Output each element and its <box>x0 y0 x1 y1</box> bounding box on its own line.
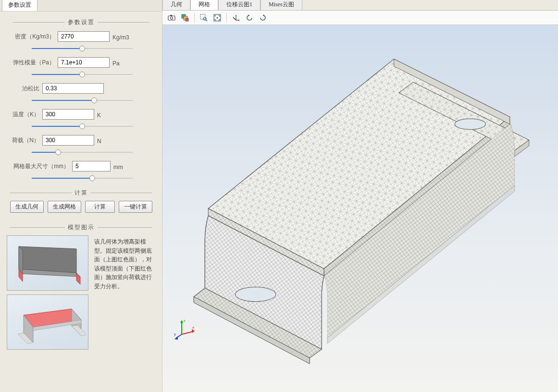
density-slider[interactable] <box>32 45 133 52</box>
svg-marker-0 <box>19 246 76 273</box>
density-input[interactable] <box>58 31 110 42</box>
camera-icon[interactable] <box>165 12 178 24</box>
load-unit: N <box>97 138 101 146</box>
svg-marker-4 <box>19 246 23 274</box>
meshsize-label: 网格最大尺寸（mm） <box>10 162 72 171</box>
tab-param-settings[interactable]: 参数设置 <box>2 0 37 11</box>
model-section: 模型图示 <box>0 217 162 350</box>
svg-line-19 <box>206 20 207 21</box>
rotate-ccw-icon[interactable] <box>243 12 256 24</box>
generate-mesh-button[interactable]: 生成网格 <box>48 201 81 213</box>
poisson-input[interactable] <box>42 83 104 94</box>
modulus-unit: Pa <box>112 60 120 68</box>
svg-rect-11 <box>168 16 175 20</box>
svg-line-59 <box>182 331 193 334</box>
svg-marker-3 <box>76 273 80 284</box>
svg-marker-58 <box>180 320 183 323</box>
poisson-slider[interactable] <box>32 97 133 104</box>
svg-marker-27 <box>248 14 250 16</box>
model-title: 模型图示 <box>68 223 95 232</box>
svg-point-21 <box>217 17 218 18</box>
temperature-input[interactable] <box>42 109 94 120</box>
temperature-slider[interactable] <box>32 122 133 130</box>
load-slider[interactable] <box>32 148 133 156</box>
tab-geometry[interactable]: 几何 <box>162 0 190 10</box>
tab-mises[interactable]: Mises云图 <box>260 0 302 10</box>
density-unit: Kg/m3 <box>112 34 129 42</box>
temperature-unit: K <box>97 112 101 120</box>
left-panel: 参数设置 参数设置 密度（Kg/m3） Kg/m3 弹性模量（Pa） Pa <box>0 0 162 392</box>
svg-marker-60 <box>192 329 195 333</box>
svg-point-56 <box>236 287 276 302</box>
meshsize-unit: mm <box>113 164 123 172</box>
layers-icon[interactable] <box>179 12 191 24</box>
svg-rect-13 <box>170 15 172 16</box>
modulus-slider[interactable] <box>32 71 133 78</box>
right-panel: 几何 网格 位移云图1 Mises云图 <box>162 0 558 392</box>
svg-text:z: z <box>184 318 186 323</box>
model-description: 该几何体为增高架模型。固定该模型两侧底面（上图红色面），对该模型顶面（下图红色面… <box>93 235 155 350</box>
axes-icon[interactable] <box>230 12 242 24</box>
tab-mesh[interactable]: 网格 <box>190 0 218 10</box>
compute-section: 计算 生成几何 生成网格 计算 一键计算 <box>0 182 162 217</box>
compute-button[interactable]: 计算 <box>85 201 115 213</box>
svg-rect-17 <box>200 14 205 19</box>
coordinate-axes-icon: z x y <box>173 317 196 340</box>
3d-viewport[interactable]: z x y <box>162 25 558 392</box>
viewport-tabs: 几何 网格 位移云图1 Mises云图 <box>162 0 558 11</box>
params-section: 参数设置 密度（Kg/m3） Kg/m3 弹性模量（Pa） Pa <box>0 12 162 182</box>
temperature-label: 温度（K） <box>10 110 42 119</box>
rotate-cw-icon[interactable] <box>257 12 269 24</box>
meshsize-slider[interactable] <box>32 174 133 182</box>
load-input[interactable] <box>42 135 94 146</box>
one-click-compute-button[interactable]: 一键计算 <box>119 201 152 213</box>
svg-line-24 <box>233 17 236 20</box>
compute-title: 计算 <box>74 189 88 197</box>
svg-marker-26 <box>238 19 239 21</box>
zoom-select-icon[interactable] <box>198 12 210 24</box>
svg-rect-16 <box>186 18 188 21</box>
poisson-label: 泊松比 <box>10 85 42 93</box>
svg-marker-10 <box>72 325 86 336</box>
params-title: 参数设置 <box>68 18 95 26</box>
svg-point-50 <box>455 119 485 129</box>
svg-marker-62 <box>174 336 178 340</box>
mesh-model <box>162 25 558 392</box>
modulus-input[interactable] <box>58 57 110 68</box>
svg-marker-25 <box>236 15 237 16</box>
svg-text:x: x <box>192 325 194 330</box>
svg-text:y: y <box>174 332 176 336</box>
modulus-label: 弹性模量（Pa） <box>10 59 58 67</box>
model-thumbnail-1 <box>7 235 88 291</box>
load-label: 荷载（N） <box>10 136 42 145</box>
model-thumbnail-2 <box>7 294 88 350</box>
svg-point-12 <box>171 17 173 19</box>
viewport-toolbar <box>162 11 558 25</box>
generate-geometry-button[interactable]: 生成几何 <box>10 201 44 213</box>
params-title-row: 参数设置 <box>10 18 152 26</box>
fit-icon[interactable] <box>211 12 223 24</box>
density-label: 密度（Kg/m3） <box>10 33 58 41</box>
svg-marker-28 <box>263 14 264 16</box>
left-tab-bar: 参数设置 <box>0 0 162 12</box>
meshsize-input[interactable] <box>72 161 111 172</box>
tab-displacement[interactable]: 位移云图1 <box>218 0 260 10</box>
